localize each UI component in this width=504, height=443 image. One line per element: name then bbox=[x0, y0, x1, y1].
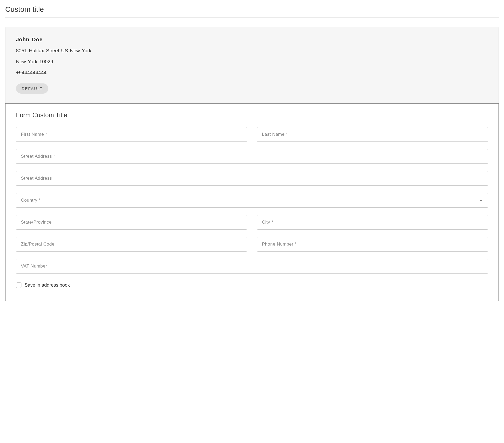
zip-input[interactable] bbox=[16, 237, 247, 252]
address-line-2: New York 10029 bbox=[16, 59, 488, 65]
form-title: Form Custom Title bbox=[16, 111, 488, 119]
vat-input[interactable] bbox=[16, 259, 488, 274]
save-address-checkbox-row: Save in address book bbox=[16, 282, 488, 288]
city-input[interactable] bbox=[257, 215, 488, 230]
page-title: Custom title bbox=[5, 5, 499, 18]
chevron-down-icon bbox=[479, 198, 483, 202]
address-name: John Doe bbox=[16, 37, 488, 43]
street-address-1-input[interactable] bbox=[16, 149, 488, 164]
first-name-input[interactable] bbox=[16, 127, 247, 142]
last-name-input[interactable] bbox=[257, 127, 488, 142]
default-badge: DEFAULT bbox=[16, 83, 48, 94]
address-last-name: Doe bbox=[32, 37, 43, 42]
save-address-checkbox[interactable] bbox=[16, 282, 21, 288]
address-phone: +9444444444 bbox=[16, 70, 488, 76]
street-address-2-input[interactable] bbox=[16, 171, 488, 186]
country-placeholder: Country * bbox=[21, 198, 41, 203]
address-first-name: John bbox=[16, 37, 30, 42]
phone-input[interactable] bbox=[257, 237, 488, 252]
country-select[interactable]: Country * bbox=[16, 193, 488, 208]
address-card: John Doe 8051 Halifax Street US New York… bbox=[5, 27, 499, 103]
save-address-label[interactable]: Save in address book bbox=[25, 282, 70, 288]
address-form: Form Custom Title Country * bbox=[5, 103, 499, 301]
state-input[interactable] bbox=[16, 215, 247, 230]
address-line-1: 8051 Halifax Street US New York bbox=[16, 48, 488, 54]
